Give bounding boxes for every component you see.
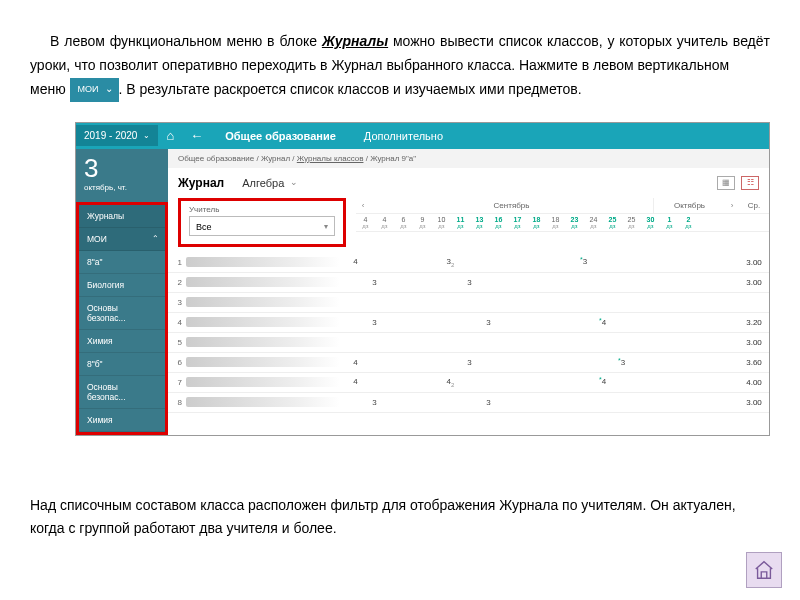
month-sept: Сентябрь: [370, 198, 653, 213]
paragraph-3: Над списочным составом класса расположен…: [30, 494, 770, 542]
teacher-select[interactable]: Все: [189, 216, 335, 236]
paragraph-2: меню МОИ. В результате раскроется список…: [30, 78, 770, 102]
sidebar-item[interactable]: Химия: [79, 409, 165, 432]
day-column[interactable]: 1дз: [660, 214, 679, 231]
avg-header: Ср.: [739, 201, 769, 210]
day-column[interactable]: 17дз: [508, 214, 527, 231]
day-column[interactable]: 25дз: [622, 214, 641, 231]
paragraph-1: В левом функциональном меню в блоке Журн…: [30, 30, 770, 78]
day-column[interactable]: 10дз: [432, 214, 451, 231]
day-column[interactable]: 6дз: [394, 214, 413, 231]
day-column[interactable]: 30дз: [641, 214, 660, 231]
student-name-blur: [186, 397, 340, 407]
journal-label: Журнал: [178, 176, 224, 190]
sidebar-item[interactable]: 8"б": [79, 353, 165, 376]
student-name-blur: [186, 317, 340, 327]
day-column[interactable]: 9дз: [413, 214, 432, 231]
year-selector[interactable]: 2019 - 2020⌄: [76, 125, 158, 146]
day-column[interactable]: 25дз: [603, 214, 622, 231]
sidebar: 3 октябрь, чт. Журналы МОИ⌃ 8"а" Биологи…: [76, 149, 168, 435]
student-name-blur: [186, 277, 340, 287]
day-column[interactable]: 24дз: [584, 214, 603, 231]
table-row: 53.00: [168, 333, 769, 353]
tab-general-education[interactable]: Общее образование: [211, 123, 350, 149]
sidebar-item[interactable]: Биология: [79, 274, 165, 297]
student-name-blur: [186, 377, 340, 387]
table-row: 2333.00: [168, 273, 769, 293]
sidebar-journals-header[interactable]: Журналы: [79, 205, 165, 228]
teacher-filter-highlight: Учитель Все: [178, 198, 346, 247]
chevron-down-icon: ⌄: [143, 131, 150, 140]
month-oct: Октябрь: [653, 198, 725, 213]
table-row: 64333.60: [168, 353, 769, 373]
day-column[interactable]: 11дз: [451, 214, 470, 231]
table-row: 744244.00: [168, 373, 769, 393]
sidebar-item[interactable]: Основы безопас...: [79, 376, 165, 409]
breadcrumb: Общее образование / Журнал / Журналы кла…: [168, 149, 769, 168]
journals-keyword: Журналы: [322, 33, 388, 49]
sidebar-highlight-box: Журналы МОИ⌃ 8"а" Биология Основы безопа…: [76, 202, 168, 435]
day-column[interactable]: 18дз: [527, 214, 546, 231]
teacher-label: Учитель: [189, 205, 335, 214]
tab-additional[interactable]: Дополнительно: [350, 123, 457, 149]
table-row: 8333.00: [168, 393, 769, 413]
chevron-up-icon: ⌃: [152, 234, 159, 243]
table-row: 3: [168, 293, 769, 313]
main-panel: Общее образование / Журнал / Журналы кла…: [168, 149, 769, 435]
day-column[interactable]: 4дз: [375, 214, 394, 231]
day-column[interactable]: 2дз: [679, 214, 698, 231]
next-arrow[interactable]: ›: [725, 201, 739, 210]
top-bar: 2019 - 2020⌄ ⌂ ← Общее образование Допол…: [76, 123, 769, 149]
sidebar-item[interactable]: Основы безопас...: [79, 297, 165, 330]
student-name-blur: [186, 357, 340, 367]
day-column[interactable]: 23дз: [565, 214, 584, 231]
home-nav-icon[interactable]: [746, 552, 782, 588]
day-column[interactable]: 18дз: [546, 214, 565, 231]
sidebar-item[interactable]: 8"а": [79, 251, 165, 274]
table-row: 143233.00: [168, 253, 769, 273]
home-icon[interactable]: ⌂: [158, 128, 182, 143]
sidebar-item[interactable]: Химия: [79, 330, 165, 353]
day-column[interactable]: 4дз: [356, 214, 375, 231]
sidebar-moi[interactable]: МОИ⌃: [79, 228, 165, 251]
student-name-blur: [186, 257, 340, 267]
table-row: 43343.20: [168, 313, 769, 333]
chart-icon[interactable]: ☷: [741, 176, 759, 190]
day-column[interactable]: 13дз: [470, 214, 489, 231]
back-icon[interactable]: ←: [182, 128, 211, 143]
subject-selector[interactable]: Алгебра: [242, 177, 298, 189]
day-column[interactable]: 16дз: [489, 214, 508, 231]
student-name-blur: [186, 337, 340, 347]
calendar-grid: ‹ Сентябрь Октябрь › Ср. 4дз4дз6дз9дз10д…: [356, 198, 769, 232]
grid-icon[interactable]: ▦: [717, 176, 735, 190]
moi-inline-button: МОИ: [70, 78, 119, 101]
date-block: 3 октябрь, чт.: [76, 149, 168, 202]
prev-arrow[interactable]: ‹: [356, 201, 370, 210]
student-name-blur: [186, 297, 340, 307]
app-screenshot: 2019 - 2020⌄ ⌂ ← Общее образование Допол…: [75, 122, 770, 436]
